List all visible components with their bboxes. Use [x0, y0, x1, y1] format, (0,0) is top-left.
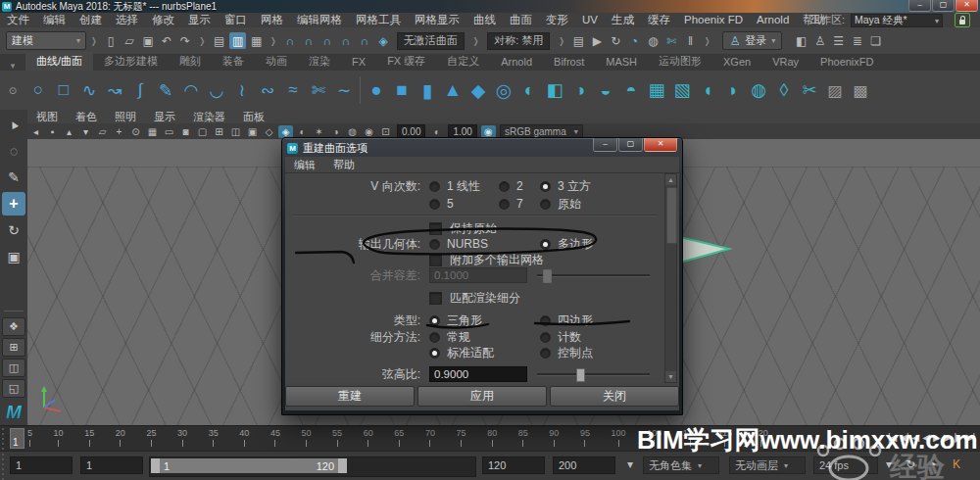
menu-item[interactable]: 选择	[109, 14, 145, 25]
view-transform-selector[interactable]: sRGB gamma ▾	[500, 124, 583, 138]
field-chart-icon[interactable]: ⊞	[212, 125, 226, 138]
oversampling-icon[interactable]: ⊙	[128, 125, 143, 138]
rebuild-button[interactable]: 重建	[285, 386, 415, 407]
project-curve-icon[interactable]: ◊	[771, 76, 797, 104]
chord-height-slider[interactable]	[537, 367, 650, 381]
bevel-plus-icon[interactable]: ◗	[720, 76, 746, 104]
type-triangles-radio[interactable]: 三角形	[429, 312, 540, 329]
grid-toggle-icon[interactable]: ▦	[145, 125, 160, 138]
collapse-arrow-icon[interactable]: ❭	[700, 36, 715, 46]
square-surface-icon[interactable]: ▧	[669, 76, 695, 104]
shaded-mode-icon[interactable]: ◈	[278, 125, 293, 138]
select-hierarchy-icon[interactable]: ▤	[211, 32, 227, 49]
loft-icon[interactable]: ◐	[516, 76, 542, 104]
interactive-creation-icon[interactable]: ▩	[848, 76, 873, 104]
shelf-gear-icon[interactable]: ⊙	[9, 85, 17, 96]
rotate-tool[interactable]: ↻	[2, 218, 25, 242]
chevron-down-icon[interactable]: ▾	[627, 457, 633, 471]
output-polygon-radio[interactable]: 多边形	[540, 236, 593, 253]
menu-item[interactable]: 曲线	[466, 14, 503, 25]
revolve-icon[interactable]: ◑	[567, 76, 593, 104]
camera-attributes-icon[interactable]: ▴	[62, 125, 76, 138]
select-camera-icon[interactable]: ◂	[28, 125, 43, 138]
dialog-maximize-button[interactable]: ▢	[618, 138, 643, 152]
shelf-tab-phoenixfd[interactable]: PhoenixFD	[809, 54, 884, 70]
extrude-icon[interactable]: ◓	[618, 76, 644, 104]
menu-item[interactable]: 网格	[254, 14, 290, 25]
nurbs-cone-icon[interactable]: ▲	[440, 76, 466, 104]
ipr-render-icon[interactable]: ↻	[608, 32, 624, 49]
snap-grid-icon[interactable]: ∩	[282, 32, 299, 49]
collapse-arrow-icon[interactable]: ❭	[266, 36, 281, 46]
tessellation-count-radio[interactable]: 计数	[540, 329, 581, 346]
snap-projected-center-icon[interactable]: ∩	[338, 32, 355, 49]
collapse-arrow-icon[interactable]: ❭	[554, 36, 569, 46]
exposure-toggle-icon[interactable]: ◐	[429, 125, 444, 138]
safe-title-icon[interactable]: ▣	[245, 125, 260, 138]
menu-item[interactable]: Arnold	[750, 14, 796, 25]
tool-settings-icon[interactable]: ❏	[867, 32, 884, 49]
attribute-editor-icon[interactable]: ≣	[849, 32, 865, 49]
shelf-tab-fx-caching[interactable]: FX 缓存	[376, 52, 436, 71]
character-controls-icon[interactable]: ♙	[811, 32, 828, 49]
collapse-arrow-icon[interactable]: ❭	[86, 36, 102, 46]
workspace-selector[interactable]: Maya 经典* ▾	[851, 14, 943, 27]
trim-tool-icon[interactable]: ✂	[797, 76, 822, 104]
extend-curve-icon[interactable]: ∼	[331, 76, 357, 104]
v-degree-7-radio[interactable]: 7	[499, 196, 540, 213]
gamma-field[interactable]: 1.00	[448, 124, 476, 138]
auto-key-icon[interactable]: K	[953, 457, 960, 471]
shelf-tab-arnold[interactable]: Arnold	[490, 54, 543, 70]
snap-curve-icon[interactable]: ∩	[301, 32, 318, 49]
isolate-select-icon[interactable]: ⊡	[378, 125, 393, 138]
v-degree-original-radio[interactable]: 原始	[540, 196, 581, 213]
dialog-close-button[interactable]: ✕	[644, 138, 677, 152]
nurbs-torus-icon[interactable]: ◎	[491, 76, 516, 104]
character-set-selector[interactable]: 无角色集 ▾	[643, 456, 719, 474]
ep-curve-tool-icon[interactable]: ↝	[102, 76, 127, 104]
merge-tolerance-field[interactable]: 0.1000	[429, 267, 527, 283]
dialog-scrollbar[interactable]: ▲ ▼	[664, 173, 677, 383]
animation-end-field[interactable]: 200	[553, 456, 615, 474]
window-minimize-button[interactable]: –	[908, 0, 931, 12]
textured-mode-icon[interactable]: ◐	[295, 125, 310, 138]
pause-viewport-icon[interactable]: ‖	[682, 32, 699, 49]
hypershade-icon[interactable]: ◍	[645, 32, 662, 49]
detach-curves-icon[interactable]: ✄	[306, 76, 331, 104]
shelf-tab-motion-graphics[interactable]: 运动图形	[648, 52, 712, 71]
curve-fillet-icon[interactable]: ≀	[229, 76, 255, 104]
menu-item[interactable]: 生成	[605, 14, 641, 25]
animation-start-field[interactable]: 1	[10, 456, 73, 474]
select-tool[interactable]: ▲	[0, 109, 29, 140]
close-button[interactable]: 关闭	[550, 386, 679, 407]
shelf-tab-bifrost[interactable]: Bifrost	[543, 54, 595, 70]
undo-icon[interactable]: ↶	[159, 32, 175, 49]
shelf-tab-fx[interactable]: FX	[341, 54, 376, 70]
scrollbar-thumb[interactable]	[666, 187, 677, 244]
hypershade-layout-icon[interactable]: ◱	[2, 379, 25, 398]
paint-select-tool[interactable]: ✎	[2, 166, 25, 189]
shelf-tab-poly-modeling[interactable]: 多边形建模	[93, 52, 169, 71]
nurbs-square-icon[interactable]: □	[51, 76, 76, 104]
shelf-tab-rigging[interactable]: 装备	[212, 52, 255, 71]
pan-zoom-icon[interactable]: +	[112, 125, 126, 138]
menu-item[interactable]: 修改	[145, 14, 181, 25]
menu-item[interactable]: 编辑网格	[290, 14, 349, 25]
planar-icon[interactable]: ◧	[542, 76, 567, 104]
shelf-tabs-menu-icon[interactable]: ▾	[0, 61, 25, 71]
exposure-field[interactable]: 0.00	[397, 124, 425, 138]
sculpt-tool-icon[interactable]: ◍	[746, 76, 771, 104]
menu-item[interactable]: 创建	[73, 14, 109, 25]
render-view-icon[interactable]: ▤	[570, 32, 587, 49]
menu-item[interactable]: UV	[575, 14, 605, 25]
apply-button[interactable]: 应用	[417, 386, 547, 407]
select-object-icon[interactable]: ▥	[229, 32, 246, 49]
v-degree-5-radio[interactable]: 5	[429, 196, 499, 213]
panel-menu-item[interactable]: 照明	[106, 110, 145, 124]
window-maximize-button[interactable]: ▢	[932, 0, 955, 12]
shelf-tab-sculpting[interactable]: 雕刻	[169, 52, 212, 71]
ambient-occlusion-icon[interactable]: ◍	[345, 125, 360, 138]
lock-camera-icon[interactable]: ▪	[45, 125, 60, 138]
tessellation-standard-fit-radio[interactable]: 标准适配	[429, 345, 540, 361]
color-management-icon[interactable]: ◉	[481, 125, 496, 138]
